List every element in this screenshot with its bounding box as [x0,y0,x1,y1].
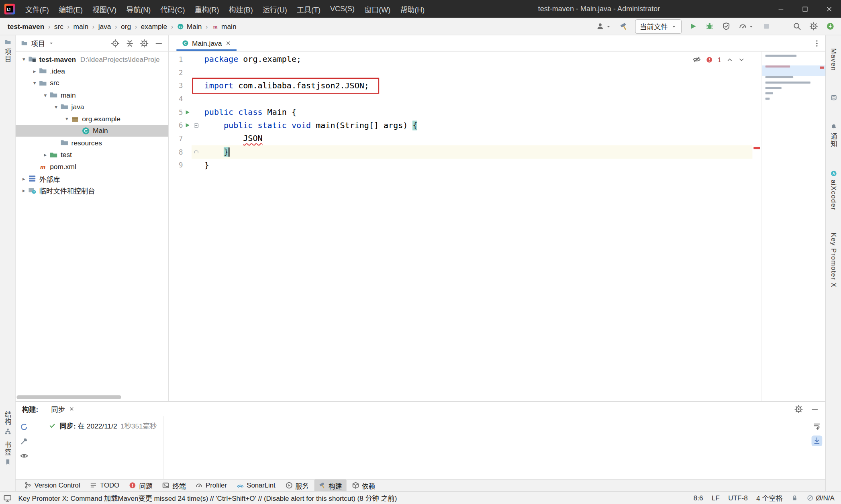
line-ending[interactable]: LF [712,494,720,502]
code-line[interactable]: 7 JSON [169,132,753,145]
pin-icon[interactable] [20,437,28,445]
tree-item[interactable]: ▸临时文件和控制台 [16,185,169,197]
tool-window-button[interactable]: TODO [86,481,124,490]
run-line-icon[interactable] [183,109,191,115]
error-stripe[interactable] [753,51,762,401]
select-opened-file-icon[interactable] [111,39,119,47]
update-button[interactable] [825,21,836,32]
fold-marker-icon[interactable] [192,122,201,129]
settings-button[interactable] [808,21,819,32]
code-line[interactable]: 1package org.example; [169,53,753,66]
status-message[interactable]: Key Promoter X: Command 加载Maven变更 missed… [18,493,397,503]
tree-toggle-icon[interactable]: ▸ [41,152,49,158]
project-panel-title[interactable]: 项目 [31,38,45,48]
horizontal-scrollbar[interactable] [16,395,121,399]
scroll-to-end-icon[interactable] [812,435,823,446]
soft-wrap-icon[interactable] [812,420,823,431]
breadcrumb-item[interactable]: main [73,22,89,30]
tool-window-switcher-icon[interactable] [3,494,12,502]
minimap[interactable] [761,51,825,401]
tree-toggle-icon[interactable]: ▸ [31,68,39,74]
code-line[interactable]: 8 } [169,145,753,159]
tree-toggle-icon[interactable]: ▸ [20,176,28,182]
user-button[interactable] [595,21,612,32]
tab-close-icon[interactable] [69,406,75,412]
tree-item[interactable]: ▸外部库 [16,173,169,185]
breadcrumb-item[interactable]: java [98,22,111,30]
tree-toggle-icon[interactable]: ▾ [31,80,39,86]
profiler-button[interactable] [737,21,755,32]
maximize-button[interactable] [793,0,817,18]
collapse-all-icon[interactable] [125,39,134,47]
minimize-button[interactable] [769,0,793,18]
breadcrumb-item[interactable]: mmain [212,22,237,30]
tree-item[interactable]: ▾org.example [16,113,169,125]
menu-item[interactable]: 导航(N) [121,0,155,18]
tree-item[interactable]: ▸test [16,149,169,161]
inspect-icon[interactable] [20,451,28,460]
tree-item[interactable]: ▾test-mavenD:\IdeaProjects\IdeaProje [16,53,169,65]
run-line-icon[interactable] [183,122,191,129]
tool-stripe-tab[interactable]: 通知 [829,120,839,151]
fold-marker-icon[interactable] [192,149,201,155]
tool-stripe-tab[interactable]: Maven [830,45,837,74]
tab-sync[interactable]: 同步 [48,402,78,416]
next-error-icon[interactable] [738,56,745,63]
tree-toggle-icon[interactable]: ▾ [20,56,28,62]
stop-button[interactable] [761,21,772,32]
code-line[interactable]: 5public class Main { [169,106,753,119]
menu-item[interactable]: 构建(B) [224,0,258,18]
tool-window-button[interactable]: 服务 [281,479,313,492]
highlighting-level-icon[interactable] [692,55,701,64]
tree-item[interactable]: ▾src [16,77,169,89]
tool-stripe-tab[interactable]: 书签 [2,438,12,469]
menu-item[interactable]: 工具(T) [292,0,325,18]
tool-window-button[interactable]: Profiler [191,481,231,490]
breadcrumb-item[interactable]: org [121,22,131,30]
chevron-down-icon[interactable] [48,40,54,46]
close-button[interactable] [817,0,841,18]
code-line[interactable]: 9} [169,159,753,172]
run-config-select[interactable]: 当前文件 [635,19,682,33]
error-badge-icon[interactable] [706,56,712,63]
code-line[interactable]: 4 [169,92,753,106]
tree-toggle-icon[interactable]: ▸ [20,188,28,194]
encoding[interactable]: UTF-8 [728,494,747,502]
caret-position[interactable]: 8:6 [694,494,703,502]
gear-icon[interactable] [794,405,803,413]
hide-panel-icon[interactable] [810,405,819,413]
tree-item[interactable]: ▾main [16,89,169,101]
breadcrumb-item[interactable]: example [141,22,167,30]
menu-item[interactable]: 文件(F) [20,0,54,18]
menu-item[interactable]: 重构(R) [190,0,224,18]
tab-close-icon[interactable] [225,40,231,46]
code-line[interactable]: 2 [169,66,753,79]
tool-window-button[interactable]: 终端 [158,479,190,492]
build-result-row[interactable]: 同步: 在 2022/11/21秒351毫秒 [49,420,826,431]
hide-panel-icon[interactable] [155,39,163,47]
tool-window-button[interactable]: 构建 [314,479,346,492]
tree-toggle-icon[interactable]: ▾ [63,116,71,122]
breadcrumb-item[interactable]: CMain [177,22,202,30]
tool-stripe-tab[interactable]: 结构 [2,408,12,438]
breadcrumb-item[interactable]: src [54,22,63,30]
tab-main-java[interactable]: C Main.java [176,35,236,51]
tool-window-button[interactable]: 问题 [125,479,157,492]
tree-toggle-icon[interactable]: ▾ [41,92,49,98]
tool-stripe-tab[interactable]: 项目 [2,35,12,66]
code-editor[interactable]: 1package org.example;23import com.alibab… [169,51,753,401]
gear-icon[interactable] [140,39,149,47]
lock-icon[interactable] [791,494,798,501]
refresh-icon[interactable] [20,422,28,431]
tool-stripe-tab[interactable]: AaiXcoder [830,167,837,214]
tab-options-icon[interactable] [812,39,821,47]
menu-item[interactable]: 窗口(W) [359,0,395,18]
breadcrumb-item[interactable]: test-maven [8,22,45,30]
panel-divider[interactable] [163,416,164,479]
tool-stripe-tab[interactable] [830,90,837,104]
tree-item[interactable]: resources [16,137,169,149]
debug-button[interactable] [704,21,715,32]
coverage-button[interactable] [721,21,732,32]
tool-stripe-tab[interactable]: Key Promoter X [830,229,837,291]
run-button[interactable] [688,21,698,32]
